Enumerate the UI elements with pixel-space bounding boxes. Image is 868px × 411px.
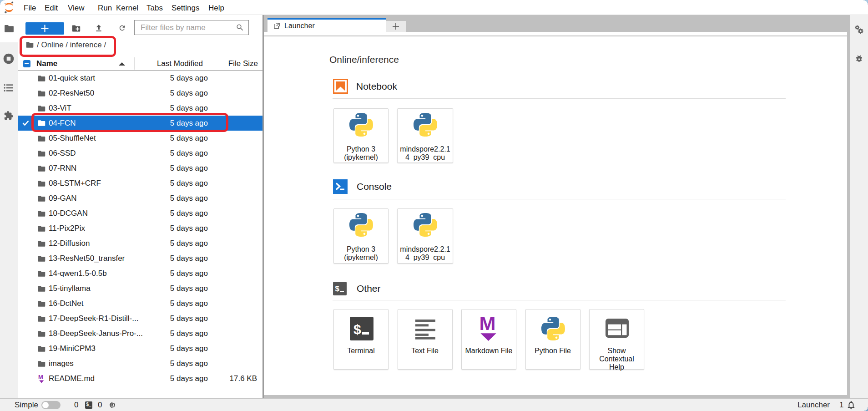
svg-text:$: $: [353, 322, 361, 337]
svg-text:$: $: [335, 284, 340, 293]
svg-text:M: M: [479, 315, 495, 334]
